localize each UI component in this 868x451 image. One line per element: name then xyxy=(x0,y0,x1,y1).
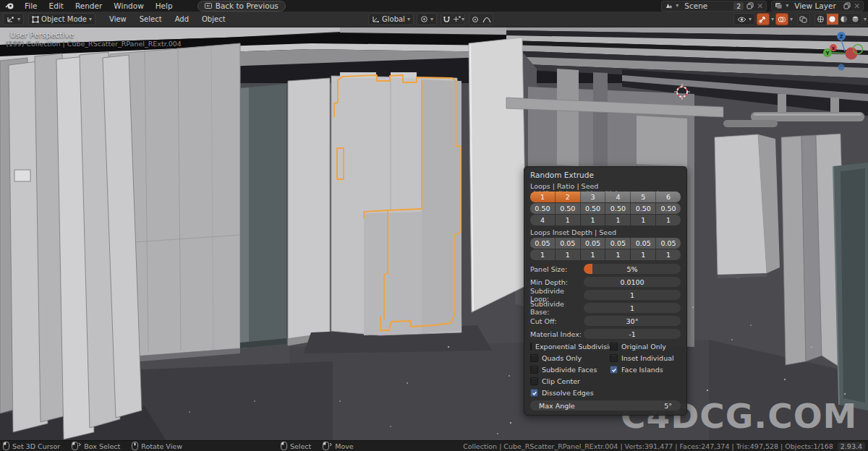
chevron-down-icon[interactable]: ▾ xyxy=(771,17,774,22)
checkbox-icon[interactable] xyxy=(530,377,538,385)
menu-edit[interactable]: Edit xyxy=(43,1,69,10)
value-cell[interactable]: 0.05 xyxy=(580,238,605,249)
copy-icon[interactable] xyxy=(746,2,754,9)
close-icon[interactable]: ✕ xyxy=(854,1,860,10)
proportional-edit-toggle[interactable] xyxy=(469,14,481,25)
shading-rendered-button[interactable] xyxy=(850,14,861,25)
number-field[interactable]: 1 xyxy=(584,303,681,313)
value-cell[interactable]: 0.50 xyxy=(530,203,555,214)
back-to-previous-button[interactable]: Back to Previous xyxy=(197,1,286,12)
editor-type-selector[interactable]: ▾ xyxy=(3,13,24,25)
loop-button[interactable]: 4 xyxy=(605,192,630,202)
checkbox-dissolve-edges[interactable]: Dissolve Edges xyxy=(530,388,610,398)
copy-icon[interactable] xyxy=(843,2,851,9)
checkbox-face-islands[interactable]: Face Islands xyxy=(610,365,674,374)
shading-solid-button[interactable] xyxy=(827,14,838,25)
loop-button[interactable]: 1 xyxy=(530,192,555,202)
checkbox-icon[interactable] xyxy=(610,343,618,351)
value-cell[interactable]: 1 xyxy=(630,215,655,226)
field-value: -1 xyxy=(629,330,635,338)
visibility-selector[interactable]: ▾ xyxy=(733,13,755,25)
menu-help[interactable]: Help xyxy=(150,1,179,10)
checkbox-clip-center[interactable]: Clip Center xyxy=(530,377,610,386)
value-cell[interactable]: 1 xyxy=(580,249,605,260)
loop-button[interactable]: 5 xyxy=(630,192,655,202)
slider-field[interactable]: 5% xyxy=(584,264,681,274)
value-cell[interactable]: 1 xyxy=(655,215,681,226)
value-cell[interactable]: 0.50 xyxy=(555,203,580,214)
value-cell[interactable]: 1 xyxy=(605,249,630,260)
value-cell[interactable]: 1 xyxy=(655,249,681,260)
checkbox-inset-individual[interactable]: Inset Individual xyxy=(610,353,674,363)
loop-button[interactable]: 6 xyxy=(655,192,681,202)
orientation-selector[interactable]: Global ▾ xyxy=(368,13,414,25)
scene-users-badge[interactable]: 2 xyxy=(733,2,744,10)
shading-material-button[interactable] xyxy=(838,14,850,25)
viewport-3d[interactable]: Z X Y User Perspective (1 xyxy=(0,27,868,441)
pivot-point-selector[interactable]: ▾ xyxy=(417,13,437,25)
close-icon[interactable]: ✕ xyxy=(757,1,763,10)
number-field[interactable]: 0.0100 xyxy=(584,277,681,287)
view-layer-icon xyxy=(775,2,783,9)
checkbox-icon[interactable] xyxy=(530,343,532,351)
value-cell[interactable]: 0.05 xyxy=(630,238,655,249)
max-angle-field[interactable]: Max Angle 5° xyxy=(530,400,681,411)
viewport-header: ▾ Object Mode ▾ ViewSelectAddObject Glob… xyxy=(0,12,868,27)
chevron-down-icon[interactable]: ▾ xyxy=(790,17,793,22)
checkbox-icon[interactable] xyxy=(610,366,618,374)
loop-button[interactable]: 2 xyxy=(555,192,580,202)
gizmo-toggle[interactable] xyxy=(757,13,770,25)
checkbox-icon[interactable] xyxy=(610,354,618,362)
checkbox-icon[interactable] xyxy=(530,366,538,374)
mode-selector[interactable]: Object Mode ▾ xyxy=(28,13,95,25)
operator-panel-random-extrude[interactable]: Random Extrude Loops | Ratio | Seed(shif… xyxy=(524,166,687,416)
snap-controls: ▾ xyxy=(441,13,465,25)
field-value: 30° xyxy=(626,317,639,325)
viewport-menu-add[interactable]: Add xyxy=(169,12,195,27)
checkbox-icon[interactable] xyxy=(530,354,538,362)
value-cell[interactable]: 1 xyxy=(580,215,605,226)
value-cell[interactable]: 1 xyxy=(630,249,655,260)
checkbox-subdivide-faces[interactable]: Subdivide Faces xyxy=(530,365,610,374)
scene-selector[interactable]: ▾ Scene 2 ✕ xyxy=(661,1,767,12)
number-field[interactable]: -1 xyxy=(584,329,681,339)
value-cell[interactable]: 0.05 xyxy=(555,238,580,249)
snap-with-selector[interactable]: ▾ xyxy=(453,14,464,25)
chevron-down-icon[interactable]: ▾ xyxy=(864,17,867,22)
value-cell[interactable]: 1 xyxy=(555,249,580,260)
xray-toggle[interactable] xyxy=(797,13,810,25)
value-cell[interactable]: 0.05 xyxy=(530,238,555,249)
number-field[interactable]: 30° xyxy=(584,316,681,326)
value-cell[interactable]: 0.50 xyxy=(580,203,605,214)
value-cell[interactable]: 1 xyxy=(530,249,555,260)
checkbox-exponential-subdivision[interactable]: Exponential Subdivision xyxy=(530,342,610,351)
value-cell[interactable]: 1 xyxy=(605,215,630,226)
value-cell[interactable]: 0.50 xyxy=(655,203,681,214)
menu-window[interactable]: Window xyxy=(108,1,149,10)
loop-button[interactable]: 3 xyxy=(580,192,605,202)
shading-wireframe-button[interactable] xyxy=(815,14,827,25)
checkbox-original-only[interactable]: Original Only xyxy=(610,342,674,351)
overlays-toggle[interactable] xyxy=(775,13,788,25)
viewport-menu-select[interactable]: Select xyxy=(133,12,169,27)
mouse-middle-icon xyxy=(132,442,138,450)
chevron-down-icon: ▾ xyxy=(749,17,752,22)
value-cell[interactable]: 1 xyxy=(555,215,580,226)
menu-render[interactable]: Render xyxy=(69,1,108,10)
value-cell[interactable]: 0.05 xyxy=(655,238,681,249)
number-field[interactable]: 1 xyxy=(584,290,681,300)
value-cell[interactable]: 4 xyxy=(530,215,555,226)
view-layer-selector[interactable]: ▾ View Layer ✕ xyxy=(771,1,864,12)
checkbox-quads-only[interactable]: Quads Only xyxy=(530,353,610,363)
viewport-menu-object[interactable]: Object xyxy=(195,12,232,27)
value-cell[interactable]: 0.50 xyxy=(630,203,655,214)
checkbox-icon[interactable] xyxy=(530,389,538,397)
field-value: 1 xyxy=(630,291,634,299)
value-cell[interactable]: 0.50 xyxy=(605,203,630,214)
value-cell[interactable]: 0.05 xyxy=(605,238,630,249)
menu-file[interactable]: File xyxy=(19,1,43,10)
blender-logo-icon[interactable] xyxy=(4,1,14,10)
proportional-falloff-selector[interactable] xyxy=(481,14,493,25)
viewport-menu-view[interactable]: View xyxy=(103,12,133,27)
snap-toggle[interactable] xyxy=(441,14,453,25)
